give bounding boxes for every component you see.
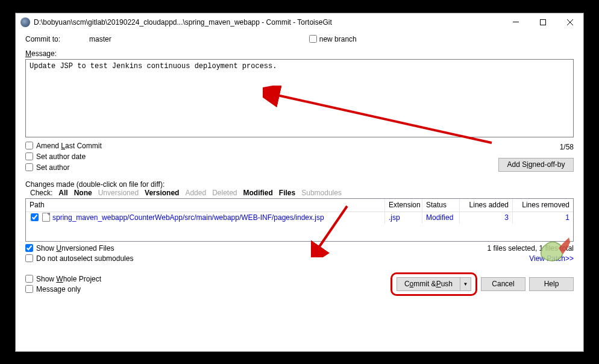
set-author-checkbox[interactable]: Set author xyxy=(25,163,102,172)
message-label: Message: xyxy=(25,49,574,58)
branch-name: master xyxy=(89,35,111,43)
add-signed-off-by-button[interactable]: Add Signed-off-by xyxy=(498,158,574,172)
cancel-button[interactable]: Cancel xyxy=(481,277,525,291)
commit-to-label: Commit to: xyxy=(25,35,60,43)
close-button[interactable] xyxy=(556,13,583,31)
file-path[interactable]: spring_maven_webapp/CounterWebApp/src/ma… xyxy=(52,213,324,222)
below-list-row: Show Unversioned Files Do not autoselect… xyxy=(25,244,574,263)
show-unversioned-checkbox[interactable]: Show Unversioned Files xyxy=(25,244,133,253)
col-path-header[interactable]: Path xyxy=(26,199,385,212)
chevron-down-icon[interactable]: ▼ xyxy=(460,278,471,290)
commit-push-button[interactable]: Commit & Push ▼ xyxy=(397,277,471,291)
new-branch-input[interactable] xyxy=(309,35,317,43)
titlebar: D:\bobyuan\scm\gitlab\20190224_cloudappd… xyxy=(16,13,583,31)
amend-checkbox[interactable]: Amend Last Commit xyxy=(25,142,102,150)
svg-rect-0 xyxy=(513,22,519,22)
filter-unversioned: Unversioned xyxy=(98,189,139,197)
tortoisegit-logo-icon xyxy=(536,233,570,267)
char-counter: 1/58 xyxy=(560,142,574,151)
commit-message-textarea[interactable]: Update JSP to test Jenkins continuous de… xyxy=(25,59,574,137)
filter-added: Added xyxy=(185,189,206,197)
show-whole-project-checkbox[interactable]: Show Whole Project xyxy=(25,275,101,283)
commit-to-row: Commit to: master new branch xyxy=(25,35,574,43)
col-ext-header[interactable]: Extension xyxy=(385,199,422,212)
message-group: Message: Update JSP to test Jenkins cont… xyxy=(25,49,574,172)
file-icon xyxy=(42,213,50,222)
annotation-highlight: Commit & Push ▼ xyxy=(390,272,477,296)
set-author-date-checkbox[interactable]: Set author date xyxy=(25,152,102,161)
filter-modified[interactable]: Modified xyxy=(243,189,273,197)
changes-section: Changes made (double-click on file for d… xyxy=(25,180,574,263)
filter-versioned[interactable]: Versioned xyxy=(145,189,179,197)
no-autoselect-checkbox[interactable]: Do not autoselect submodules xyxy=(25,254,133,263)
filter-files[interactable]: Files xyxy=(279,189,295,197)
commit-dialog: D:\bobyuan\scm\gitlab\20190224_cloudappd… xyxy=(15,13,584,352)
file-lines-removed: 1 xyxy=(513,212,573,224)
changes-label: Changes made (double-click on file for d… xyxy=(25,180,574,189)
maximize-button[interactable] xyxy=(529,13,556,31)
message-footer: Amend Last Commit Set author date Set au… xyxy=(25,142,574,172)
file-status: Modified xyxy=(422,212,460,224)
svg-rect-1 xyxy=(540,19,545,25)
new-branch-label: new branch xyxy=(319,35,357,43)
file-ext: .jsp xyxy=(385,212,422,224)
tortoisegit-icon xyxy=(20,17,30,27)
check-filter-row: Check: All None Unversioned Versioned Ad… xyxy=(25,189,574,197)
bottom-row: Show Whole Project Message only Commit &… xyxy=(25,272,574,296)
file-list[interactable]: Path Extension Status Lines added Lines … xyxy=(25,198,574,242)
file-row-checkbox[interactable] xyxy=(31,213,39,221)
filter-all[interactable]: All xyxy=(58,189,67,197)
file-lines-added: 3 xyxy=(460,212,513,224)
check-label: Check: xyxy=(30,189,52,197)
filter-deleted: Deleted xyxy=(212,189,237,197)
dialog-body: Commit to: master new branch Message: Up… xyxy=(16,31,583,351)
file-row[interactable]: spring_maven_webapp/CounterWebApp/src/ma… xyxy=(26,212,573,223)
filter-none[interactable]: None xyxy=(74,189,92,197)
file-list-header: Path Extension Status Lines added Lines … xyxy=(26,199,573,212)
filter-submodules: Submodules xyxy=(301,189,342,197)
col-lr-header[interactable]: Lines removed xyxy=(513,199,573,212)
minimize-button[interactable] xyxy=(502,13,529,31)
window-controls xyxy=(502,13,583,31)
window-title: D:\bobyuan\scm\gitlab\20190224_cloudappd… xyxy=(34,18,502,27)
new-branch-checkbox[interactable]: new branch xyxy=(309,35,357,43)
col-status-header[interactable]: Status xyxy=(422,199,460,212)
col-la-header[interactable]: Lines added xyxy=(460,199,513,212)
message-only-checkbox[interactable]: Message only xyxy=(25,285,101,293)
help-button[interactable]: Help xyxy=(529,277,574,291)
